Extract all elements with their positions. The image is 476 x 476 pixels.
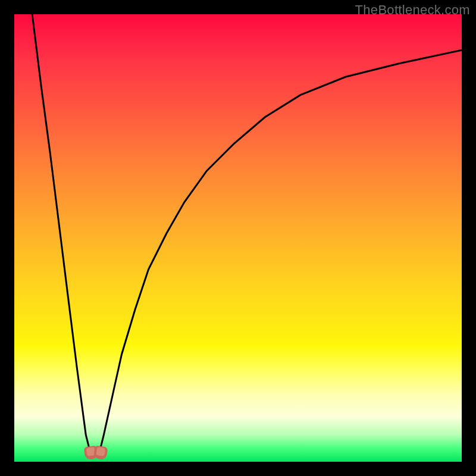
watermark-label: TheBottleneck.com <box>355 2 470 18</box>
bottleneck-curve <box>14 14 462 462</box>
cusp-marker-right-inner <box>96 447 105 456</box>
chart-plot-area <box>14 14 462 462</box>
